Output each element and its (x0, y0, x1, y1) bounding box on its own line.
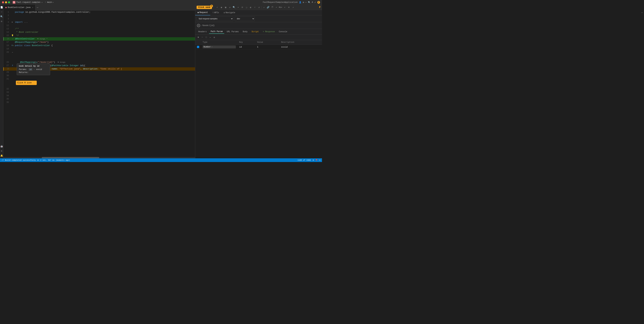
sidebar-notification-icon[interactable]: 🔔 (0, 154, 3, 157)
tab-url-params[interactable]: URL Params (225, 30, 240, 34)
params-table-header: Type Key Value Description (195, 40, 322, 44)
user-avatar[interactable]: F (317, 1, 320, 4)
fold-arrow-4[interactable]: ▶ (12, 20, 13, 24)
close-button[interactable] (2, 1, 4, 3)
click-send-container: Click send 2 (196, 6, 212, 9)
code-line-34: 34 (3, 94, 195, 97)
toolbar-refresh-icon[interactable]: ↺ (228, 6, 232, 9)
doc-popup: book detail by id Params: id - xxxid Ret… (17, 64, 50, 75)
toolbar-half-icon[interactable]: ◐ (249, 6, 252, 9)
more-tabs-icon[interactable]: ⋯ (36, 6, 40, 9)
sidebar-search-icon[interactable]: 🔍 (0, 15, 3, 18)
toolbar-export-icon[interactable]: ↗ (262, 6, 266, 9)
toolbar-timer-icon[interactable]: ⏱ (270, 6, 274, 9)
env-selector[interactable]: dev prod (235, 16, 255, 21)
tab-script[interactable]: Script (250, 30, 260, 34)
sidebar-git-icon[interactable]: ⑂ (0, 11, 3, 13)
code-line-1: 1 package io.github.kings1990.fastreques… (3, 10, 195, 14)
expand-icon[interactable]: ⤢ (314, 1, 316, 4)
tab-body[interactable]: Body (241, 30, 249, 34)
right-toolbar: Click send 2 ✓ ◉ ▦ ↺ 🔍 ▾ ⊡ ❏ ◐ ⚡ ↺ ↗ 🔗 ⏱ (195, 5, 322, 10)
type-selector[interactable]: Number ▾ (202, 46, 236, 48)
code-line-19: 19 (3, 47, 195, 50)
click-r-label: Click R icon (16, 81, 37, 85)
params-toolbar: + − □ ⋯ ⚙ (195, 35, 322, 40)
toolbar-search-icon[interactable]: 🔍 (232, 6, 236, 9)
search-icon[interactable]: 🔍 (308, 1, 310, 4)
toolbar-chain-icon[interactable]: 🔗 (266, 6, 270, 9)
edit-icon-20[interactable]: ✏ (12, 50, 13, 54)
apis-tab-icon: ⌇ (212, 11, 214, 14)
click-send-button[interactable]: Click send (196, 6, 212, 9)
toolbar-copy-icon[interactable]: ❏ (245, 6, 248, 9)
param-checkbox-1[interactable]: ✓ (195, 44, 201, 50)
h-scrollbar-thumb[interactable] (42, 157, 99, 158)
tab-headers[interactable]: Headers (196, 30, 208, 34)
toolbar-check-icon[interactable]: ✓ (216, 6, 219, 9)
right-panel-icon[interactable]: F (319, 6, 321, 9)
settings-param-icon[interactable]: ⚙ (212, 36, 216, 39)
remove-param-icon[interactable]: − (200, 36, 204, 39)
more-icon[interactable]: ⋯ (306, 1, 307, 4)
settings-icon[interactable]: ⊞ (303, 1, 304, 4)
checkbox-param-icon[interactable]: □ (204, 36, 208, 39)
project-name[interactable]: fast-request-samples (16, 1, 40, 4)
tab-navigate[interactable]: ◎ Navigate (221, 10, 238, 15)
statusbar-error-text: 1 (319, 159, 320, 161)
branch-name[interactable]: main ▾ (47, 1, 54, 4)
toolbar-settings2-icon[interactable]: ⊡ (240, 6, 244, 9)
apis-tab-label: APIs (214, 12, 219, 14)
sidebar-bot-icon[interactable]: 🤖 (0, 145, 3, 148)
code-line-31: 31 Click R icon (3, 77, 195, 87)
project-env-bar: fast-request-samples dev prod (195, 15, 322, 22)
maximize-button[interactable] (8, 1, 10, 3)
gutter-f-18: f (11, 44, 12, 47)
toolbar-webhook-icon[interactable]: ↶ (274, 6, 278, 9)
add-param-icon[interactable]: + (196, 36, 200, 39)
tab-bookcontroller[interactable]: BookController.java ✕ (3, 5, 36, 10)
params-table: Type Key Value Description ✓ (195, 40, 322, 50)
col-type: Type (201, 40, 238, 44)
project-selector[interactable]: fast-request-samples (196, 16, 233, 21)
toolbar-dropdown-icon[interactable]: ▾ (236, 6, 240, 9)
tab-console[interactable]: Console (277, 30, 289, 34)
param-key-1[interactable]: id (238, 44, 255, 50)
sidebar-file-icon[interactable]: 📄 (0, 6, 3, 9)
toolbar-circle-icon[interactable]: ◉ (220, 6, 223, 9)
gutter-circle-18: ⊘ (12, 44, 14, 47)
param-value-1[interactable]: 1 (255, 44, 280, 50)
tab-request[interactable]: ◉ Request (195, 10, 210, 15)
gutter-f-27[interactable]: f (12, 64, 13, 67)
sidebar-debug-icon[interactable]: ⚙ (0, 20, 3, 23)
toolbar-mi-label[interactable]: Mi▾ (279, 6, 282, 9)
statusbar: // Build completed successfully in 2 sec… (0, 158, 322, 162)
param-desc-1[interactable]: xxxid (280, 44, 322, 50)
translate-icon[interactable]: A (312, 1, 313, 4)
param-type-1[interactable]: Number ▾ (201, 44, 238, 50)
h-scrollbar[interactable] (3, 157, 195, 158)
statusbar-build-message: // Build completed successfully in 2 sec… (2, 159, 70, 161)
titlebar: FS fast-request-samples ▾ ⑂ main ▾ FastR… (0, 0, 322, 5)
tab-path-param[interactable]: Path Param (209, 30, 224, 34)
minimize-button[interactable] (5, 1, 7, 3)
profile-icon[interactable]: 👤 (299, 1, 302, 4)
error-dot (316, 159, 317, 160)
toolbar-grid-icon[interactable]: ▦ (224, 6, 228, 9)
tab-apis[interactable]: ⌇ APIs (210, 10, 222, 15)
code-line-12: 12 (3, 24, 195, 27)
sidebar-settings-icon[interactable]: ⚙ (0, 150, 3, 152)
checked-box[interactable]: ✓ (197, 46, 199, 48)
tab-bar: BookController.java ✕ ⋯ (3, 5, 195, 10)
right-panel: Click send 2 ✓ ◉ ▦ ↺ 🔍 ▾ ⊡ ❏ ◐ ⚡ ↺ ↗ 🔗 ⏱ (195, 5, 322, 158)
toolbar-plus-icon[interactable]: ⊕ (287, 6, 291, 9)
tab-response[interactable]: > Response (261, 30, 276, 34)
navigate-tab-icon: ◎ (224, 11, 225, 14)
request-tab-icon: ◉ (198, 11, 199, 14)
code-scroll[interactable]: 1 package io.github.kings1990.fastreques… (3, 10, 195, 157)
toolbar-refresh2-icon[interactable]: ↺ (257, 6, 261, 9)
more-param-icon[interactable]: ⋯ (208, 36, 212, 39)
toolbar-share-icon[interactable]: ↗ (291, 6, 295, 9)
toolbar-loop-icon[interactable]: ↶ (283, 6, 286, 9)
tab-close-icon[interactable]: ✕ (32, 6, 33, 8)
toolbar-lightning-icon[interactable]: ⚡ (253, 6, 257, 9)
